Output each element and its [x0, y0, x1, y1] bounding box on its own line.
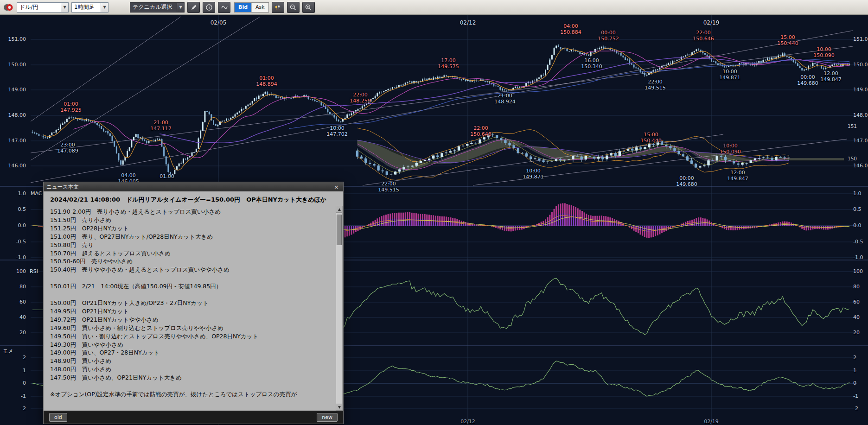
news-line: 150.40円 売りやや小さめ・超えるとストップロス買いやや小さめ: [50, 266, 335, 274]
timeframe-select[interactable]: 1時間足 ▼: [71, 2, 108, 13]
news-title: ニュース本文: [46, 184, 79, 190]
news-line: 150.00円 OP21日NYカット大きめ/OP23・27日NYカット: [50, 299, 335, 307]
news-line: 151.25円 OP28日NYカット: [50, 224, 335, 233]
zoom-out-button[interactable]: [287, 2, 300, 13]
news-line: 149.72円 OP21日NYカットやや小さめ: [50, 316, 335, 324]
news-line: [50, 382, 335, 390]
news-footer: old new: [44, 411, 343, 424]
news-line: 149.00円 買い、OP27・28日NYカット: [50, 349, 335, 357]
new-button[interactable]: new: [317, 413, 338, 422]
indicator-chart-button[interactable]: [272, 2, 284, 13]
news-line: ※オプション(OP)設定水準の手前では防戦の売買が、抜けたところではストップロス…: [50, 390, 335, 399]
inset-chart: [356, 128, 847, 185]
news-line: 149.95円 OP21日NYカット: [50, 307, 335, 316]
zoom-in-icon: [305, 4, 312, 11]
news-window: ニュース本文 × 2024/02/21 14:08:00 ドル円リアルタイムオー…: [43, 182, 344, 424]
pair-select[interactable]: ドル/円 ▼: [17, 2, 69, 13]
scroll-down-arrow[interactable]: [336, 404, 342, 410]
news-line: 150.01円 2/21 14:00現在（高値150.09円 - 安値149.8…: [50, 282, 335, 291]
pencil-icon: [190, 4, 198, 11]
scroll-up-arrow[interactable]: [336, 206, 342, 213]
ask-button[interactable]: Ask: [251, 3, 268, 12]
news-line: 150.70円 超えるとストップロス買い小さめ: [50, 249, 335, 258]
news-line: 148.90円 買い小さめ: [50, 357, 335, 365]
news-line: 150.50-60円 売りやや小さめ: [50, 257, 335, 266]
technical-select[interactable]: テクニカル選択 ▼: [130, 2, 185, 13]
toolbar: ドル/円 ▼ 1時間足 ▼ テクニカル選択 ▼ Bid Ask: [0, 0, 868, 15]
news-body-text: 151.90-2.00円 売り小さめ・超えるとストップロス買い小さめ151.50…: [44, 208, 335, 411]
news-line: 149.30円 買いやや小さめ: [50, 341, 335, 349]
pair-select-value: ドル/円: [17, 3, 61, 11]
info-button[interactable]: [203, 2, 215, 13]
timeframe-select-value: 1時間足: [72, 3, 101, 11]
scroll-thumb[interactable]: [337, 215, 342, 245]
news-line: 151.00円 売り、OP27日NYカット/OP28日NYカット大きめ: [50, 233, 335, 241]
news-line: 151.50円 売り小さめ: [50, 216, 335, 224]
news-line: 151.90-2.00円 売り小さめ・超えるとストップロス買い小さめ: [50, 208, 335, 216]
news-titlebar[interactable]: ニュース本文 ×: [44, 182, 343, 191]
close-icon[interactable]: ×: [332, 184, 340, 190]
news-line: [50, 274, 335, 282]
news-line: 149.60円 買い小さめ・割り込むとストップロス売りやや小さめ: [50, 324, 335, 332]
news-line: 149.50円 買い・割り込むとストップロス売りやや小さめ、OP28日NYカット: [50, 332, 335, 341]
chart-type-button[interactable]: [218, 2, 230, 13]
news-headline: 2024/02/21 14:08:00 ドル円リアルタイムオーダー=150.00…: [44, 191, 343, 206]
zoom-in-button[interactable]: [302, 2, 315, 13]
chevron-down-icon: ▼: [177, 3, 184, 12]
bid-ask-toggle: Bid Ask: [234, 2, 269, 13]
old-button[interactable]: old: [49, 413, 67, 422]
chevron-down-icon: ▼: [101, 3, 108, 12]
info-icon: [205, 4, 213, 11]
chevron-down-icon: ▼: [61, 3, 68, 12]
news-line: 147.50円 買い小さめ、OP21日NYカット大きめ: [50, 374, 335, 382]
news-body: 151.90-2.00円 売り小さめ・超えるとストップロス買い小さめ151.50…: [44, 206, 343, 411]
bid-button[interactable]: Bid: [235, 3, 251, 12]
zoom-out-icon: [289, 4, 297, 11]
news-line: 148.00円 買い小さめ: [50, 365, 335, 374]
trading-app: ドル/円 ▼ 1時間足 ▼ テクニカル選択 ▼ Bid Ask: [0, 0, 868, 425]
news-line: 150.80円 売り: [50, 241, 335, 249]
candlestick-chart-icon: [274, 4, 281, 11]
news-line: [50, 291, 335, 299]
news-scrollbar[interactable]: [336, 206, 343, 411]
draw-tool-button[interactable]: [187, 2, 200, 13]
technical-select-value: テクニカル選択: [130, 3, 177, 11]
wave-icon: [221, 4, 228, 11]
app-logo-icon: [3, 2, 14, 13]
